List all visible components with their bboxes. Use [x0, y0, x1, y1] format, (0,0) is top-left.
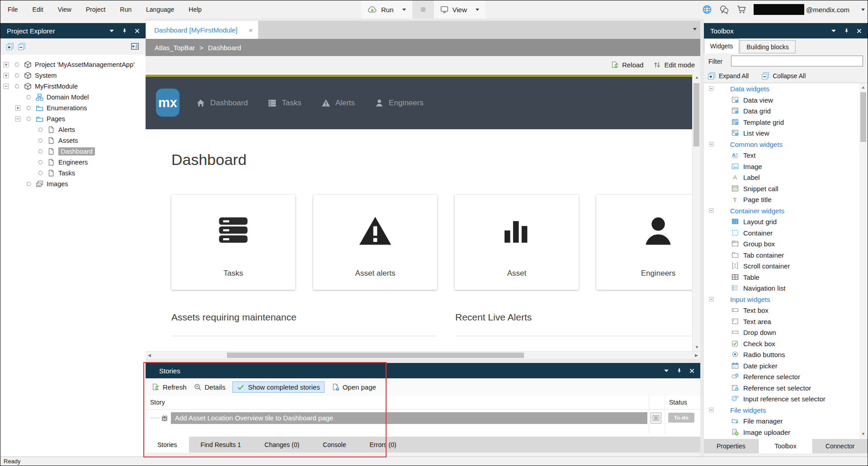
collapse-icon[interactable]: [709, 297, 714, 301]
dock-tab-console[interactable]: Console: [311, 437, 358, 452]
open-page-button[interactable]: Open page: [332, 383, 376, 391]
dock-tab-stories[interactable]: Stories: [146, 437, 189, 452]
toolbox-item-radio-buttons[interactable]: Radio buttons: [704, 349, 868, 360]
tree-item-domain-model[interactable]: Domain Model: [0, 92, 146, 103]
menu-item-file[interactable]: File: [0, 0, 25, 19]
stop-button[interactable]: [412, 0, 434, 19]
toolbox-item-data-view[interactable]: Data view: [704, 94, 868, 106]
pin-icon[interactable]: [122, 28, 127, 34]
scroll-left-icon[interactable]: ◀: [148, 353, 151, 358]
toolbox-item-template-grid[interactable]: Template grid: [704, 117, 868, 128]
tree-item-project-myassetmanagementapp[interactable]: Project 'MyAssetManagementApp': [0, 59, 146, 70]
story-row[interactable]: Add Asset Location Overview tile to Dash…: [146, 412, 700, 424]
toolbox-item-snippet-call[interactable]: Snippet call: [704, 183, 868, 194]
cart-icon[interactable]: [736, 5, 746, 14]
tree-expand-plus-icon[interactable]: [3, 73, 9, 79]
view-caret-icon[interactable]: [476, 9, 479, 11]
tree-item-engineers[interactable]: Engineers: [0, 157, 146, 168]
tab-close-icon[interactable]: ×: [249, 26, 253, 34]
scroll-right-icon[interactable]: ▶: [695, 353, 698, 358]
tree-expand-minus-icon[interactable]: [15, 116, 21, 122]
story-row-menu-button[interactable]: [651, 413, 661, 424]
menu-item-language[interactable]: Language: [139, 0, 181, 19]
toolbox-scrollbar[interactable]: ▲ ▼: [859, 83, 867, 438]
account-caret-icon[interactable]: [861, 9, 865, 11]
preview-nav-tasks[interactable]: Tasks: [268, 99, 301, 108]
view-button[interactable]: View: [434, 0, 486, 19]
menu-item-help[interactable]: Help: [181, 0, 209, 19]
tile-asset-alerts[interactable]: Asset alerts: [313, 195, 437, 290]
tree-item-tasks[interactable]: Tasks: [0, 168, 146, 179]
chevron-down-icon[interactable]: [108, 28, 115, 34]
filter-input[interactable]: [731, 56, 863, 66]
collapse-all-label[interactable]: Collapse All: [773, 72, 806, 80]
toolbox-item-input-reference-set-selector[interactable]: Input reference set selector: [704, 393, 868, 405]
tree-expand-minus-icon[interactable]: [3, 84, 9, 89]
preview-nav-engineers[interactable]: Engineers: [375, 99, 424, 108]
chevron-down-icon[interactable]: [830, 28, 837, 34]
tab-widgets[interactable]: Widgets: [704, 38, 739, 53]
toolbox-category-data-widgets[interactable]: Data widgets: [704, 83, 868, 94]
reload-button[interactable]: Reload: [611, 61, 644, 69]
pin-icon[interactable]: [676, 367, 682, 374]
collapse-icon[interactable]: [709, 141, 714, 146]
dock-tab-changes-0[interactable]: Changes (0): [253, 437, 311, 452]
toolbox-item-image-uploader[interactable]: Image uploader: [704, 427, 868, 438]
expand-all-label[interactable]: Expand All: [719, 72, 749, 80]
globe-icon[interactable]: [702, 5, 712, 14]
expand-all-icon[interactable]: [6, 42, 14, 51]
menu-item-project[interactable]: Project: [79, 0, 113, 19]
menu-item-run[interactable]: Run: [113, 0, 139, 19]
edit-mode-button[interactable]: Edit mode: [653, 61, 695, 69]
tree-item-enumerations[interactable]: Enumerations: [0, 103, 146, 113]
story-column-header[interactable]: Story: [150, 399, 165, 406]
toolbox-category-container-widgets[interactable]: Container widgets: [704, 205, 868, 217]
story-title[interactable]: Add Asset Location Overview tile to Dash…: [171, 412, 647, 424]
tree-item-myfirstmodule[interactable]: MyFirstModule: [0, 81, 146, 92]
tree-item-system[interactable]: System: [0, 70, 146, 81]
toolbox-scroll-thumb[interactable]: [860, 92, 866, 142]
toolbox-item-scroll-container[interactable]: Scroll container: [704, 260, 868, 272]
preview-nav-dashboard[interactable]: Dashboard: [196, 99, 248, 108]
dock-tab-toolbox[interactable]: Toolbox: [759, 439, 813, 453]
tab-building-blocks[interactable]: Building blocks: [740, 40, 796, 53]
tree-item-dashboard[interactable]: Dashboard: [0, 146, 146, 157]
toolbox-item-layout-grid[interactable]: Layout grid: [704, 216, 868, 227]
horizontal-scroll-thumb[interactable]: [227, 353, 524, 358]
close-icon[interactable]: [689, 368, 695, 374]
toolbox-category-input-widgets[interactable]: Input widgets: [704, 294, 868, 305]
show-completed-stories-button[interactable]: Show completed stories: [232, 381, 324, 393]
pin-icon[interactable]: [844, 28, 849, 34]
tree-item-images[interactable]: Images: [0, 179, 146, 189]
tree-item-assets[interactable]: Assets: [0, 135, 146, 146]
tree-expand-plus-icon[interactable]: [3, 62, 9, 68]
toolbox-category-common-widgets[interactable]: Common widgets: [704, 139, 868, 150]
toolbox-item-drop-down[interactable]: Drop down: [704, 327, 868, 338]
tile-tasks[interactable]: Tasks: [171, 195, 295, 290]
chevron-down-icon[interactable]: [663, 367, 670, 374]
toolbox-item-text[interactable]: AText: [704, 150, 868, 161]
run-caret-icon[interactable]: [402, 9, 406, 11]
dock-tab-errors-0[interactable]: Errors (0): [358, 437, 408, 452]
collapse-all-icon[interactable]: [18, 42, 26, 51]
scroll-down-icon[interactable]: ▼: [695, 345, 699, 349]
dock-tab-properties[interactable]: Properties: [704, 439, 759, 453]
collapse-icon[interactable]: [709, 208, 714, 213]
tree-item-alerts[interactable]: Alerts: [0, 124, 146, 135]
dock-tab-find-results-1[interactable]: Find Results 1: [189, 437, 253, 452]
toolbox-item-image[interactable]: Image: [704, 161, 868, 172]
horizontal-scrollbar[interactable]: ◀ ▶: [146, 351, 700, 359]
refresh-button[interactable]: Refresh: [152, 383, 187, 391]
preview-nav-alerts[interactable]: Alerts: [321, 99, 355, 108]
toolbox-item-tab-container[interactable]: Tab container: [704, 249, 868, 261]
close-icon[interactable]: [856, 28, 862, 34]
toolbox-item-container[interactable]: Container: [704, 227, 868, 239]
toolbox-item-text-area[interactable]: Text area: [704, 316, 868, 327]
scroll-up-icon[interactable]: ▲: [695, 75, 699, 80]
toolbox-item-check-box[interactable]: Check box: [704, 338, 868, 349]
tab-list-caret-icon[interactable]: [693, 28, 697, 30]
toolbox-category-file-widgets[interactable]: File widgets: [704, 405, 868, 416]
status-column-header[interactable]: Status: [669, 399, 687, 406]
tile-engineers[interactable]: Engineers: [596, 195, 693, 290]
tile-asset[interactable]: Asset: [455, 195, 579, 290]
